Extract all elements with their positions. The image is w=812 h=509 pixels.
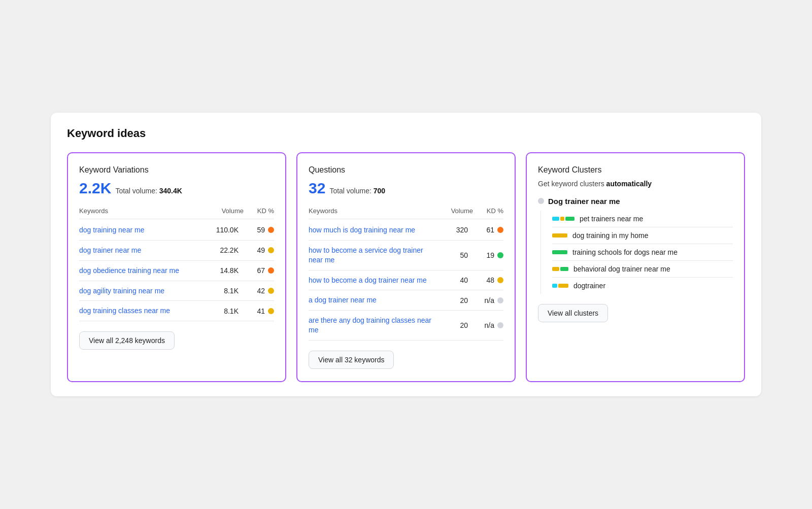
q-stat-row: 32 Total volume: 700 [309,180,503,197]
mini-bar-icon [552,267,568,271]
kd-dot-icon [497,322,503,328]
cluster-parent-label: Dog trainer near me [548,197,620,206]
cluster-child-label: training schools for dogs near me [572,248,733,256]
mini-bar-icon [552,284,568,288]
mini-bar-icon [552,233,567,237]
kw-link[interactable]: how to become a service dog trainer near… [309,246,432,265]
main-container: Keyword ideas Keyword Variations 2.2K To… [51,113,761,396]
cell-volume: 14.8K [198,266,244,275]
kd-dot-icon [268,308,274,314]
mini-bar-segment [560,267,568,271]
kv-stat-row: 2.2K Total volume: 340.4K [79,180,274,197]
kv-view-all-button[interactable]: View all 2,248 keywords [79,331,175,350]
q-col-kd: KD % [473,207,503,215]
table-row: dog trainer near me 22.2K 49 [79,241,274,261]
kd-dot-icon [268,227,274,233]
cell-kd: 61 [473,226,503,234]
cell-kd: n/a [473,321,503,329]
clusters-card: Keyword Clusters Get keyword clusters au… [526,152,745,382]
table-row: dog obedience training near me 14.8K 67 [79,261,274,281]
cluster-view-all-button[interactable]: View all clusters [538,304,608,322]
q-big-number: 32 [309,180,325,197]
cell-volume: 20 [432,321,473,329]
mini-bar-segment [552,250,567,254]
kd-dot-icon [497,227,503,233]
mini-bar-segment [560,217,564,221]
table-row: dog agility training near me 8.1K 42 [79,281,274,301]
mini-bar-segment [558,284,568,288]
kw-link[interactable]: a dog trainer near me [309,295,432,305]
table-row: are there any dog training classes near … [309,311,503,341]
mini-bar-segment [565,217,574,221]
q-col-keywords: Keywords [309,207,432,215]
cell-volume: 110.0K [198,226,244,234]
q-col-volume: Volume [432,207,473,215]
kw-link[interactable]: dog trainer near me [79,246,198,255]
kw-link[interactable]: dog training near me [79,225,198,235]
kw-link[interactable]: how much is dog training near me [309,225,432,235]
q-table-header: Keywords Volume KD % [309,207,503,219]
cell-volume: 8.1K [198,307,244,315]
kv-volume-label: Total volume: 340.4K [115,187,182,195]
table-row: dog training near me 110.0K 59 [79,220,274,241]
kv-card-title: Keyword Variations [79,165,274,175]
cluster-child: training schools for dogs near me [552,244,733,261]
kd-dot-icon [497,252,503,258]
cluster-children: pet trainers near me dog training in my … [540,211,733,294]
kw-link[interactable]: dog training classes near me [79,306,198,316]
q-view-all-button[interactable]: View all 32 keywords [309,351,394,369]
mini-bar-icon [552,250,567,254]
cell-volume: 20 [432,296,473,304]
kd-dot-icon [268,247,274,253]
cards-row: Keyword Variations 2.2K Total volume: 34… [67,152,745,382]
cluster-child: dog training in my home [552,227,733,244]
cell-kd: 19 [473,251,503,259]
page-title: Keyword ideas [67,127,745,140]
cell-volume: 40 [432,276,473,284]
cluster-desc: Get keyword clusters automatically [538,180,733,188]
cell-kd: 48 [473,276,503,284]
kv-table-header: Keywords Volume KD % [79,207,274,219]
cell-volume: 320 [432,226,473,234]
kw-link[interactable]: dog agility training near me [79,286,198,296]
cell-kd: 42 [244,287,274,295]
cluster-child-label: dogtrainer [573,282,733,290]
keyword-variations-card: Keyword Variations 2.2K Total volume: 34… [67,152,286,382]
cluster-parent-dot-icon [538,198,544,204]
mini-bar-segment [552,267,559,271]
kd-dot-icon [497,297,503,303]
cluster-card-title: Keyword Clusters [538,165,733,175]
kv-col-keywords: Keywords [79,207,198,215]
kv-rows: dog training near me 110.0K 59 dog train… [79,220,274,321]
cluster-child-label: dog training in my home [572,231,733,240]
kd-dot-icon [497,277,503,283]
cluster-child: pet trainers near me [552,211,733,227]
mini-bar-icon [552,217,574,221]
kv-col-volume: Volume [198,207,244,215]
cell-kd: 59 [244,226,274,234]
kw-link[interactable]: how to become a dog trainer near me [309,276,432,285]
kv-big-number: 2.2K [79,180,111,197]
kw-link[interactable]: are there any dog training classes near … [309,316,432,335]
cell-kd: 49 [244,246,274,254]
table-row: how much is dog training near me 320 61 [309,220,503,241]
cell-kd: 67 [244,266,274,275]
q-card-title: Questions [309,165,503,175]
q-rows: how much is dog training near me 320 61 … [309,220,503,341]
cell-volume: 22.2K [198,246,244,254]
cluster-child-label: pet trainers near me [580,215,733,223]
questions-card: Questions 32 Total volume: 700 Keywords … [296,152,516,382]
cluster-child: behavioral dog trainer near me [552,261,733,278]
cluster-child: dogtrainer [552,278,733,294]
mini-bar-segment [552,233,567,237]
kw-link[interactable]: dog obedience training near me [79,266,198,276]
cluster-parent-row: Dog trainer near me [538,197,733,206]
q-volume-label: Total volume: 700 [329,187,385,195]
table-row: a dog trainer near me 20 n/a [309,290,503,311]
mini-bar-segment [552,284,557,288]
cell-kd: 41 [244,307,274,315]
kv-col-kd: KD % [244,207,274,215]
mini-bar-segment [552,217,559,221]
table-row: how to become a dog trainer near me 40 4… [309,270,503,291]
cluster-child-label: behavioral dog trainer near me [573,265,733,273]
